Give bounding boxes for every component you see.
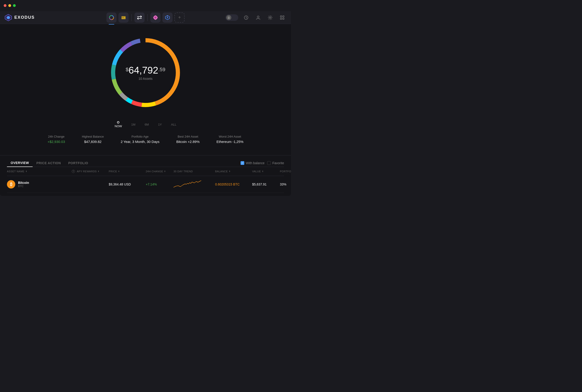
stats-row: 24h Change +$2,930.03 Highest Balance $4…: [30, 135, 261, 144]
nav-center: +: [106, 12, 184, 23]
asset-table: ASSET NAME ⬍ ? APY REWARDS ⬍ PRICE ⬍ 24H…: [7, 167, 284, 193]
logo: EXODUS: [5, 14, 35, 21]
bitcoin-value: $5,637.91: [252, 182, 280, 186]
grid-icon: [280, 16, 284, 20]
tab-overview[interactable]: OVERVIEW: [7, 159, 32, 167]
app1-icon: [153, 15, 158, 20]
stat-highest-balance: Highest Balance $47,839.82: [82, 135, 104, 144]
cents-value: .59: [158, 66, 166, 72]
stat-24h-change: 24h Change +$2,930.03: [48, 135, 65, 144]
svg-point-12: [167, 17, 168, 18]
lock-knob: [226, 15, 231, 20]
header-asset-name[interactable]: ASSET NAME ⬍: [7, 170, 72, 173]
tab-filters: ✓ With balance Favorite: [240, 161, 284, 165]
header-price[interactable]: PRICE ⬍: [109, 170, 146, 173]
svg-point-16: [257, 16, 259, 18]
favorite-checkbox[interactable]: [267, 161, 271, 165]
timeline-6m[interactable]: 6M: [144, 123, 149, 126]
settings-icon: [268, 15, 272, 20]
history-icon: [244, 15, 248, 20]
header-portfolio-pct[interactable]: PORTFOLIO % ⬍: [280, 170, 291, 173]
logo-text: EXODUS: [14, 15, 35, 20]
filter-with-balance[interactable]: ✓ With balance: [240, 161, 264, 165]
timeline-now-label: NOW: [115, 124, 122, 128]
bitcoin-name: Bitcoin: [18, 181, 29, 184]
nav-wallet-button[interactable]: [118, 12, 128, 23]
stat-portfolio-age: Portfolio Age 2 Year, 3 Month, 30 Days: [121, 135, 160, 144]
table-header: ASSET NAME ⬍ ? APY REWARDS ⬍ PRICE ⬍ 24H…: [7, 167, 284, 176]
timeline-now[interactable]: NOW: [115, 121, 122, 128]
bitcoin-sparkline: [174, 179, 215, 190]
bitcoin-change: +7.14%: [146, 182, 174, 186]
header-balance[interactable]: BALANCE ⬍: [215, 170, 252, 173]
main-value: 64,792: [128, 65, 158, 76]
bitcoin-symbol: BTC: [18, 184, 29, 188]
sparkline-svg: [174, 179, 201, 188]
timeline-1y[interactable]: 1Y: [158, 123, 162, 126]
svg-rect-14: [228, 17, 230, 19]
tab-portfolio[interactable]: PORTFOLIO: [64, 159, 92, 167]
timeline-1y-label: 1Y: [158, 123, 162, 126]
timeline-1m[interactable]: 1M: [131, 123, 135, 126]
timeline: NOW 1M 6M 1Y ALL: [115, 121, 176, 128]
stat-24h-change-value: +$2,930.03: [48, 140, 65, 144]
stat-best-asset-value: Bitcoin +2.89%: [176, 140, 200, 144]
main-content: $ 64,792 .59 10 Assets NOW 1M 6M 1Y: [0, 24, 291, 196]
nav-add-button[interactable]: +: [174, 12, 184, 23]
svg-point-8: [153, 16, 158, 20]
donut-center: $ 64,792 .59 10 Assets: [126, 65, 165, 80]
history-button[interactable]: [242, 14, 250, 22]
exchange-icon: [137, 16, 142, 20]
price-sort-icon: ⬍: [118, 170, 120, 172]
help-icon: ?: [72, 170, 75, 173]
stat-best-asset: Best 24H Asset Bitcoin +2.89%: [176, 135, 200, 144]
bitcoin-icon: ₿: [7, 180, 15, 188]
apps-grid-button[interactable]: [278, 14, 286, 22]
stat-24h-change-label: 24h Change: [48, 135, 65, 138]
wallet-icon: [121, 15, 126, 20]
table-section: OVERVIEW PRICE ACTION PORTFOLIO ✓ With b…: [0, 155, 291, 193]
24h-sort-icon: ⬍: [164, 170, 166, 172]
bitcoin-portfolio-pct: 33%: [280, 182, 291, 186]
add-icon: +: [178, 15, 181, 20]
nav-app1-button[interactable]: [150, 12, 160, 23]
filter-favorite[interactable]: Favorite: [267, 161, 284, 165]
header-apy-rewards[interactable]: ? APY REWARDS ⬍: [72, 170, 109, 173]
timeline-all[interactable]: ALL: [171, 123, 176, 126]
nav-separator-2: [147, 14, 148, 21]
stat-worst-asset: Worst 24H Asset Ethereum -1,25%: [216, 135, 244, 144]
stat-highest-balance-label: Highest Balance: [82, 135, 104, 138]
with-balance-checkbox[interactable]: ✓: [240, 161, 244, 165]
portfolio-icon: [109, 15, 114, 20]
svg-rect-19: [283, 16, 284, 17]
svg-point-13: [167, 16, 168, 16]
header-30day-trend: 30 DAY TREND: [174, 170, 215, 173]
stat-highest-balance-value: $47,839.82: [82, 140, 104, 144]
bitcoin-balance: 0.60205315 BTC: [215, 182, 252, 186]
header-24h-change[interactable]: 24H CHANGE ⬍: [146, 170, 174, 173]
nav-portfolio-button[interactable]: [106, 12, 116, 23]
lock-toggle[interactable]: [225, 14, 238, 21]
balance-sort-icon: ⬍: [229, 170, 231, 172]
navbar: EXODUS: [0, 11, 291, 24]
stat-worst-asset-label: Worst 24H Asset: [216, 135, 244, 138]
svg-rect-21: [283, 18, 284, 20]
close-button[interactable]: [4, 4, 6, 7]
svg-rect-18: [280, 16, 282, 17]
stat-worst-asset-value: Ethereum -1,25%: [216, 140, 244, 144]
nav-exchange-button[interactable]: [134, 12, 144, 23]
favorite-label: Favorite: [272, 161, 284, 165]
timeline-dot: [117, 121, 119, 124]
portfolio-total-value: $ 64,792 .59: [126, 65, 165, 76]
account-icon: [256, 15, 260, 20]
minimize-button[interactable]: [8, 4, 11, 7]
nav-app2-button[interactable]: [162, 12, 172, 23]
maximize-button[interactable]: [13, 4, 16, 7]
exodus-logo-icon: [5, 14, 12, 21]
table-row[interactable]: ₿ Bitcoin BTC $9,364.48 USD +7.14% 0.602…: [7, 176, 284, 193]
tab-price-action[interactable]: PRICE ACTION: [32, 159, 64, 167]
settings-button[interactable]: [266, 14, 274, 22]
header-value[interactable]: VALUE ⬍: [252, 170, 280, 173]
account-button[interactable]: [254, 14, 262, 22]
bitcoin-price: $9,364.48 USD: [109, 182, 146, 186]
